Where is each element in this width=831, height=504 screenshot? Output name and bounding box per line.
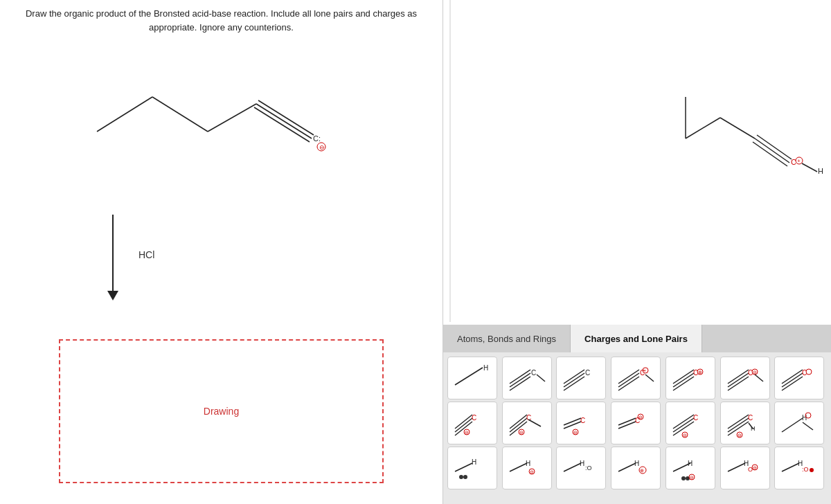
tool-row2-2[interactable]: C ⊖ (502, 402, 552, 444)
tool-row2-3[interactable]: C ⊖ (556, 402, 606, 444)
svg-line-3 (256, 104, 312, 138)
svg-line-36 (673, 377, 694, 390)
svg-line-59 (510, 415, 527, 429)
tool-triple-bond-C-end2[interactable]: C (774, 357, 824, 399)
svg-line-119 (782, 463, 799, 471)
right-panel: C + H Atoms, Bonds and Rings Charges and… (443, 0, 831, 504)
svg-text:⊖: ⊖ (738, 433, 742, 438)
svg-text:⊖: ⊖ (638, 415, 643, 420)
svg-text:⊖: ⊖ (690, 475, 694, 480)
svg-line-65 (564, 418, 581, 425)
arrow-head (107, 291, 118, 300)
svg-line-33 (645, 375, 654, 381)
svg-text::O: :O (585, 465, 592, 471)
svg-line-53 (455, 415, 472, 429)
svg-text:⊖: ⊖ (573, 430, 578, 435)
svg-text:⊕: ⊕ (640, 468, 644, 473)
svg-line-24 (564, 370, 584, 384)
svg-text:H: H (634, 460, 639, 467)
tool-triple-bond-C-minus[interactable]: C ⊖ (720, 357, 770, 399)
svg-line-13 (753, 142, 787, 166)
arrow-line (112, 215, 114, 291)
tab-atoms-label: Atoms, Bonds and Rings (457, 334, 556, 344)
svg-text:⊖: ⊖ (683, 433, 687, 438)
svg-line-5 (254, 107, 310, 142)
svg-text:C: C (531, 369, 536, 377)
tool-triple-bond-C-circle[interactable]: C ⊕ (665, 357, 715, 399)
product-drawing-box[interactable]: Drawing (59, 339, 384, 483)
svg-line-1 (152, 97, 208, 132)
svg-line-42 (728, 377, 749, 390)
tool-row3-7[interactable]: H :O (774, 447, 824, 489)
svg-text:⊖: ⊖ (530, 469, 534, 474)
drawing-placeholder: Drawing (204, 406, 239, 417)
svg-line-34 (673, 373, 694, 387)
svg-line-4 (258, 100, 314, 135)
tool-row3-5[interactable]: H ⊖ (665, 447, 715, 489)
svg-line-2 (208, 104, 256, 132)
tool-row2-4[interactable]: C ⊖ (611, 402, 661, 444)
svg-line-15 (802, 163, 817, 172)
tool-single-bond-H[interactable]: H (447, 357, 497, 399)
svg-line-28 (618, 370, 639, 384)
tool-row3-3[interactable]: H :O (556, 447, 606, 489)
toolbar-grid: H C C (443, 352, 831, 494)
svg-line-25 (564, 377, 584, 390)
svg-line-27 (618, 373, 639, 387)
svg-line-101 (564, 463, 581, 471)
svg-line-114 (728, 463, 745, 471)
tool-row2-1[interactable]: C ⊖ (447, 402, 497, 444)
tool-triple-bond-C[interactable]: C (556, 357, 606, 399)
tool-row2-7[interactable]: H (774, 402, 824, 444)
svg-line-35 (673, 370, 694, 384)
svg-text:C: C (693, 414, 698, 422)
svg-line-60 (510, 422, 527, 435)
tool-row2-6[interactable]: C ⊖ H (720, 402, 770, 444)
toolbar-tabs: Atoms, Bonds and Rings Charges and Lone … (443, 325, 831, 352)
svg-line-48 (782, 370, 803, 384)
svg-point-122 (810, 468, 814, 472)
tab-charges-label: Charges and Lone Pairs (584, 334, 688, 344)
svg-line-64 (528, 420, 541, 426)
question-body: Draw the organic product of the Bronsted… (26, 8, 417, 33)
reagent-text: HCl (138, 249, 154, 260)
tab-atoms-bonds-rings[interactable]: Atoms, Bonds and Rings (443, 325, 571, 352)
svg-line-18 (510, 373, 530, 387)
svg-line-82 (728, 415, 749, 429)
svg-line-71 (618, 422, 636, 429)
svg-line-10 (720, 118, 755, 138)
svg-text:H: H (526, 460, 530, 467)
reactant-svg: C: ⊖ (42, 48, 402, 187)
tool-row2-5[interactable]: C ⊖ (665, 402, 715, 444)
tool-row3-1[interactable]: H (447, 447, 497, 489)
svg-text:H: H (483, 364, 488, 372)
svg-text:⊖: ⊖ (465, 430, 469, 435)
tool-triple-bond-C-dot1[interactable]: C + (611, 357, 661, 399)
tab-charges-lone-pairs[interactable]: Charges and Lone Pairs (571, 325, 702, 352)
svg-line-104 (618, 463, 636, 471)
tool-row3-6[interactable]: H O ⊖ (720, 447, 770, 489)
svg-line-47 (782, 373, 803, 387)
product-svg: C + H (443, 0, 831, 322)
svg-text:⊖: ⊖ (753, 465, 757, 470)
svg-line-23 (564, 373, 584, 387)
tool-row3-4[interactable]: H ⊕ (611, 447, 661, 489)
svg-text:C: C (585, 369, 590, 377)
svg-line-91 (803, 422, 813, 430)
svg-line-93 (455, 463, 472, 471)
svg-text:H: H (688, 460, 692, 467)
svg-line-97 (510, 463, 527, 471)
svg-line-22 (537, 375, 545, 381)
carbon-plus-label: C (791, 158, 796, 166)
tool-triple-bond-C-end[interactable]: C (502, 357, 552, 399)
svg-line-0 (97, 97, 152, 132)
tool-row3-2[interactable]: H ⊖ (502, 447, 552, 489)
question-text: Draw the organic product of the Bronsted… (21, 7, 422, 34)
svg-line-40 (728, 373, 749, 387)
svg-line-76 (673, 415, 694, 429)
svg-text:C: C (748, 414, 753, 422)
hydrogen-label: H (818, 167, 823, 175)
svg-text:⊖: ⊖ (519, 430, 524, 435)
svg-line-46 (755, 375, 763, 381)
svg-line-11 (755, 138, 789, 163)
